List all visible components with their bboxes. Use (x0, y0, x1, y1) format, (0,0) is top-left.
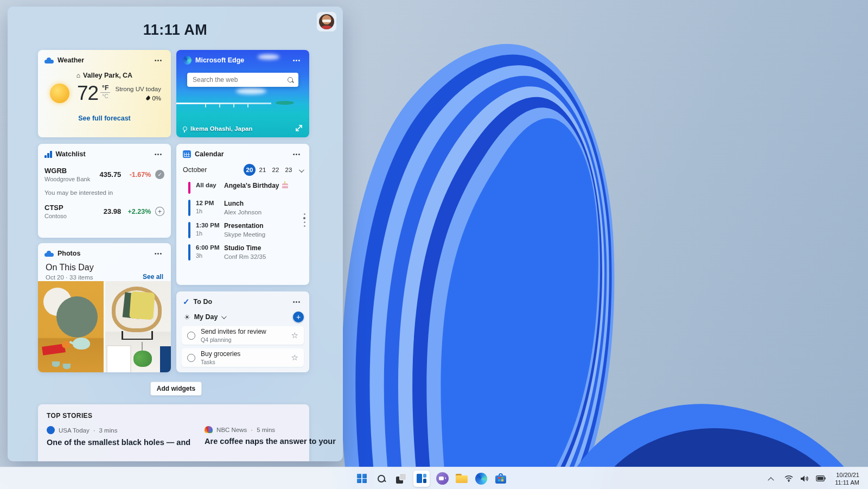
battery-button[interactable] (815, 474, 827, 482)
star-icon[interactable]: ☆ (291, 331, 298, 340)
weather-location: Valley Park, CA (83, 72, 132, 79)
weather-widget: Weather ••• ⌂ Valley Park, CA 72 °F °C S… (38, 50, 171, 137)
add-widgets-button[interactable]: Add widgets (150, 382, 202, 396)
folder-icon (456, 474, 468, 483)
see-full-forecast-link[interactable]: See full forecast (78, 115, 131, 122)
wifi-button[interactable] (783, 474, 794, 483)
watchlist-suggestion-label: You may be interested in (38, 189, 171, 196)
volume-button[interactable] (799, 474, 810, 484)
watchlist-add-badge[interactable]: + (155, 207, 164, 216)
date-pill-23[interactable]: 23 (283, 164, 295, 176)
widgets-button[interactable] (413, 471, 430, 487)
task-row[interactable]: Send invites for review Q4 planning ☆ (182, 326, 304, 345)
cloud-decor (258, 54, 279, 60)
top-stories-widget: TOP STORIES USA Today · 3 mins One of th… (38, 404, 309, 461)
battery-icon (816, 475, 826, 481)
watchlist-added-badge[interactable]: ✓ (155, 170, 164, 179)
taskbar-date: 10/20/21 (835, 471, 859, 479)
photos-title: Photos (58, 250, 148, 257)
stock-change: +2.23% (121, 208, 151, 215)
photos-more-button[interactable]: ••• (151, 249, 165, 258)
star-icon[interactable]: ☆ (291, 353, 298, 363)
account-button[interactable] (317, 12, 336, 31)
event-duration: 1h (196, 230, 224, 237)
calendar-expand-button[interactable] (299, 166, 303, 174)
birthday-cake-icon (282, 183, 288, 188)
stock-row[interactable]: WGRB Woodgrove Bank 435.75 -1.67% ✓ (38, 167, 171, 182)
weather-more-button[interactable]: ••• (151, 55, 165, 65)
event-time: 12 PM (196, 200, 224, 206)
unit-celsius[interactable]: °C (103, 93, 108, 99)
weather-cloud-icon (44, 58, 54, 63)
stock-row[interactable]: CTSP Contoso 23.98 +2.23% + (38, 204, 171, 219)
file-explorer-button[interactable] (455, 472, 469, 486)
bloom-artwork (326, 0, 868, 489)
calendar-event[interactable]: 1:30 PM 1h Presentation Skype Meeting (176, 222, 309, 238)
store-button[interactable] (494, 472, 508, 486)
search-icon[interactable] (287, 77, 294, 84)
date-pill-20[interactable]: 20 (244, 164, 256, 176)
widgets-icon (417, 474, 426, 483)
chevron-down-icon[interactable] (221, 314, 227, 319)
task-title: Send invites for review (201, 328, 286, 335)
wifi-icon (784, 475, 793, 482)
calendar-more-button[interactable]: ••• (290, 149, 304, 159)
my-day-label[interactable]: My Day (194, 313, 218, 321)
calendar-event[interactable]: 12 PM 1h Lunch Alex Johnson (176, 200, 309, 216)
add-task-button[interactable]: + (293, 312, 304, 322)
sun-icon (50, 84, 69, 103)
start-button[interactable] (355, 472, 369, 486)
edge-search-box[interactable] (187, 73, 298, 87)
bridge-decor (176, 103, 271, 104)
story-age: 3 mins (99, 427, 118, 434)
top-stories-heading: TOP STORIES (38, 404, 309, 420)
photo-collage (38, 281, 171, 372)
home-icon: ⌂ (76, 72, 80, 79)
expand-icon[interactable] (295, 124, 303, 132)
edge-search-input[interactable] (193, 76, 287, 84)
weather-title: Weather (58, 56, 148, 64)
date-pill-21[interactable]: 21 (257, 164, 269, 176)
calendar-event[interactable]: All day Angela's Birthday (176, 182, 309, 194)
task-row[interactable]: Buy groceries Tasks ☆ (182, 348, 304, 367)
search-button[interactable] (374, 472, 388, 486)
island-decor (276, 101, 294, 105)
location-pin-icon (183, 126, 187, 131)
task-complete-circle[interactable] (187, 354, 195, 362)
task-view-button[interactable] (394, 472, 408, 486)
usa-today-logo-icon (47, 426, 55, 434)
event-color-bar (188, 222, 190, 238)
todo-more-button[interactable]: ••• (290, 297, 304, 307)
event-title: Presentation (224, 222, 264, 230)
date-pill-22[interactable]: 22 (270, 164, 282, 176)
news-story[interactable]: USA Today · 3 mins One of the smallest b… (47, 426, 190, 447)
speaker-icon (800, 475, 809, 482)
task-list-name: Tasks (201, 359, 286, 365)
unit-fahrenheit[interactable]: °F (100, 84, 110, 93)
watchlist-more-button[interactable]: ••• (151, 149, 165, 159)
event-color-bar (188, 200, 190, 216)
taskbar-clock[interactable]: 10/20/21 11:11 AM (835, 471, 859, 486)
stock-company: Woodgrove Bank (44, 176, 93, 182)
see-all-link[interactable]: See all (143, 273, 163, 281)
photo-thumbnail[interactable] (105, 281, 171, 372)
unit-toggle[interactable]: °F °C (100, 84, 110, 99)
photo-thumbnail[interactable] (38, 281, 104, 372)
chevron-up-icon (768, 477, 774, 483)
calendar-scrollbar[interactable] (303, 213, 305, 227)
calendar-event[interactable]: 6:00 PM 3h Studio Time Conf Rm 32/35 (176, 244, 309, 261)
edge-more-button[interactable]: ••• (290, 55, 304, 65)
chat-button[interactable] (435, 472, 449, 486)
windows-logo-icon (357, 474, 367, 484)
tray-overflow-button[interactable] (768, 475, 778, 482)
stock-change: -1.67% (121, 171, 151, 179)
cloud-decor (236, 88, 266, 94)
edge-logo-icon (475, 473, 487, 485)
event-time: All day (196, 182, 224, 188)
taskbar-time: 11:11 AM (835, 479, 859, 486)
photo-caption: Ikema Ohashi, Japan (190, 125, 252, 132)
task-complete-circle[interactable] (187, 332, 195, 340)
news-story[interactable]: NBC News · 5 mins Are coffee naps the an… (205, 426, 336, 447)
edge-browser-button[interactable] (474, 472, 488, 486)
event-color-bar (188, 244, 190, 261)
